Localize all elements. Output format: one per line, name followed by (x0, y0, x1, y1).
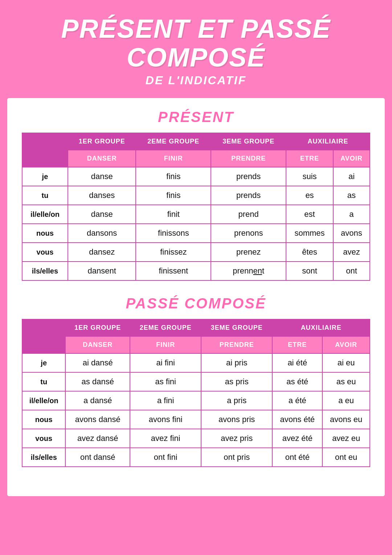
pc-subject-vous: vous (22, 429, 65, 448)
present-vous-etre: êtes (286, 243, 333, 262)
present-je-finir: finis (136, 167, 211, 186)
passe-compose-table: 1ER GROUPE 2EME GROUPE 3EME GROUPE AUXIL… (22, 319, 370, 467)
pc-je-finir: ai fini (130, 353, 201, 372)
pc-header-auxiliaire: AUXILIAIRE (272, 319, 370, 336)
pc-tu-finir: as fini (130, 372, 201, 391)
present-subject-nous: nous (22, 224, 68, 243)
pc-tu-etre: as été (272, 372, 322, 391)
present-je-etre: suis (286, 167, 333, 186)
present-vous-finir: finissez (136, 243, 211, 262)
present-header-group1: 1ER GROUPE (68, 133, 136, 150)
pc-nous-avoir: avons eu (322, 410, 370, 429)
present-subject-je: je (22, 167, 68, 186)
present-je-avoir: ai (333, 167, 370, 186)
present-verb-danser: DANSER (68, 150, 136, 167)
present-ils-danser: dansent (68, 262, 136, 280)
present-group-header-row: 1ER GROUPE 2EME GROUPE 3EME GROUPE AUXIL… (22, 133, 370, 150)
pc-je-avoir: ai eu (322, 353, 370, 372)
present-verb-header-row: DANSER FINIR PRENDRE ETRE AVOIR (22, 150, 370, 167)
present-header-auxiliaire: AUXILIAIRE (286, 133, 370, 150)
present-nous-prendre: prenons (211, 224, 286, 243)
present-row-vous: vous dansez finissez prenez êtes avez (22, 243, 370, 262)
pc-je-etre: ai été (272, 353, 322, 372)
pc-il-finir: a fini (130, 391, 201, 410)
pc-header-group3: 3EME GROUPE (201, 319, 272, 336)
pc-subject-je: je (22, 353, 65, 372)
pc-nous-danser: avons dansé (65, 410, 130, 429)
pc-vous-finir: avez fini (130, 429, 201, 448)
present-section: PRÉSENT 1ER GROUPE 2EME GROUPE 3EME GROU… (22, 109, 370, 281)
present-nous-danser: dansons (68, 224, 136, 243)
present-il-danser: danse (68, 205, 136, 224)
present-verb-avoir: AVOIR (333, 150, 370, 167)
present-verb-etre: ETRE (286, 150, 333, 167)
present-ils-prendre: prennent (211, 262, 286, 280)
pc-subject-tu: tu (22, 372, 65, 391)
pc-group-header-row: 1ER GROUPE 2EME GROUPE 3EME GROUPE AUXIL… (22, 319, 370, 336)
pc-vous-prendre: avez pris (201, 429, 272, 448)
pc-nous-finir: avons fini (130, 410, 201, 429)
pc-verb-empty (22, 336, 65, 353)
pc-je-danser: ai dansé (65, 353, 130, 372)
present-il-etre: est (286, 205, 333, 224)
header: PRÉSENT ET PASSÉ COMPOSÉ DE L'INDICATIF (0, 0, 392, 98)
pc-ils-danser: ont dansé (65, 448, 130, 467)
present-verb-prendre: PRENDRE (211, 150, 286, 167)
present-tu-finir: finis (136, 186, 211, 205)
pc-verb-prendre: PRENDRE (201, 336, 272, 353)
present-tu-prendre: prends (211, 186, 286, 205)
present-row-ils: ils/elles dansent finissent prennent son… (22, 262, 370, 280)
pc-vous-danser: avez dansé (65, 429, 130, 448)
pc-header-empty (22, 319, 65, 336)
present-row-nous: nous dansons finissons prenons sommes av… (22, 224, 370, 243)
pc-verb-etre: ETRE (272, 336, 322, 353)
main-subtitle: DE L'INDICATIF (11, 74, 381, 87)
pc-verb-avoir: AVOIR (322, 336, 370, 353)
pc-row-vous: vous avez dansé avez fini avez pris avez… (22, 429, 370, 448)
pc-subject-ils: ils/elles (22, 448, 65, 467)
present-nous-avoir: avons (333, 224, 370, 243)
present-ils-finir: finissent (136, 262, 211, 280)
present-subject-vous: vous (22, 243, 68, 262)
pc-il-danser: a dansé (65, 391, 130, 410)
pc-subject-nous: nous (22, 410, 65, 429)
pc-ils-avoir: ont eu (322, 448, 370, 467)
pc-row-je: je ai dansé ai fini ai pris ai été ai eu (22, 353, 370, 372)
present-vous-prendre: prenez (211, 243, 286, 262)
main-content: PRÉSENT 1ER GROUPE 2EME GROUPE 3EME GROU… (7, 98, 385, 496)
pc-il-etre: a été (272, 391, 322, 410)
present-row-il: il/elle/on danse finit prend est a (22, 205, 370, 224)
pc-il-prendre: a pris (201, 391, 272, 410)
present-je-danser: danse (68, 167, 136, 186)
present-je-prendre: prends (211, 167, 286, 186)
present-tu-avoir: as (333, 186, 370, 205)
pc-tu-prendre: as pris (201, 372, 272, 391)
present-vous-avoir: avez (333, 243, 370, 262)
present-subject-il: il/elle/on (22, 205, 68, 224)
present-vous-danser: dansez (68, 243, 136, 262)
pc-header-group2: 2EME GROUPE (130, 319, 201, 336)
pc-nous-etre: avons été (272, 410, 322, 429)
present-verb-finir: FINIR (136, 150, 211, 167)
present-header-group2: 2EME GROUPE (136, 133, 211, 150)
main-title: PRÉSENT ET PASSÉ COMPOSÉ (11, 15, 381, 72)
present-tu-danser: danses (68, 186, 136, 205)
present-row-je: je danse finis prends suis ai (22, 167, 370, 186)
present-subject-ils: ils/elles (22, 262, 68, 280)
present-tu-etre: es (286, 186, 333, 205)
present-verb-empty (22, 150, 68, 167)
pc-row-tu: tu as dansé as fini as pris as été as eu (22, 372, 370, 391)
pc-row-ils: ils/elles ont dansé ont fini ont pris on… (22, 448, 370, 467)
pc-vous-avoir: avez eu (322, 429, 370, 448)
present-nous-finir: finissons (136, 224, 211, 243)
pc-verb-finir: FINIR (130, 336, 201, 353)
pc-verb-danser: DANSER (65, 336, 130, 353)
present-title: PRÉSENT (22, 109, 370, 125)
passe-compose-section: PASSÉ COMPOSÉ 1ER GROUPE 2EME GROUPE 3EM… (22, 295, 370, 467)
passe-compose-title: PASSÉ COMPOSÉ (22, 295, 370, 312)
pc-row-il: il/elle/on a dansé a fini a pris a été a… (22, 391, 370, 410)
pc-il-avoir: a eu (322, 391, 370, 410)
pc-verb-header-row: DANSER FINIR PRENDRE ETRE AVOIR (22, 336, 370, 353)
pc-ils-finir: ont fini (130, 448, 201, 467)
pc-tu-danser: as dansé (65, 372, 130, 391)
